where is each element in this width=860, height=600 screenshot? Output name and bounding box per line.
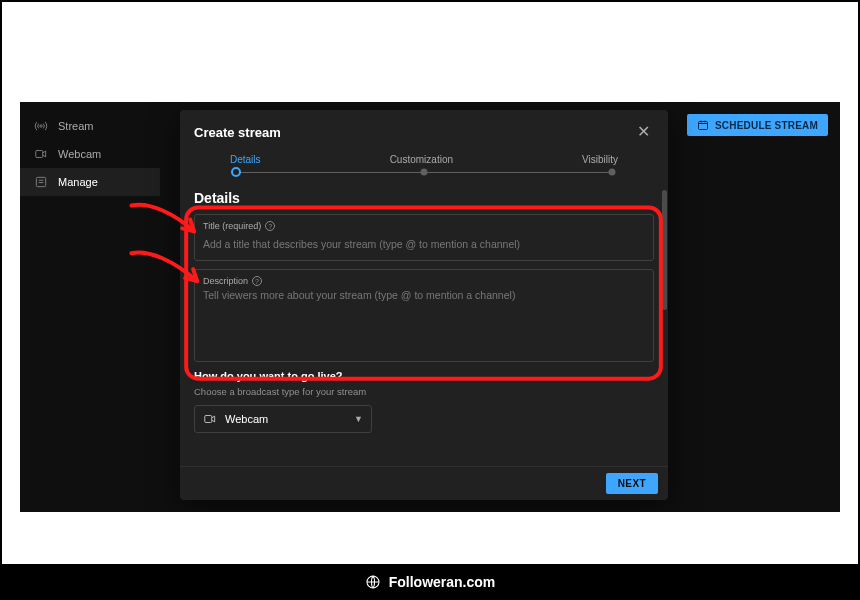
watermark-bar: Followeran.com (0, 568, 860, 596)
schedule-stream-label: SCHEDULE STREAM (715, 120, 818, 131)
modal-footer: NEXT (180, 466, 668, 500)
step-customization-label: Customization (390, 154, 453, 165)
app-window: Stream Webcam Manage SCHEDULE STREAM (20, 102, 840, 512)
description-field[interactable]: Description ? (194, 269, 654, 362)
step-dot-customization (421, 169, 428, 176)
svg-rect-1 (36, 151, 43, 158)
broadcast-type-select[interactable]: Webcam ▼ (194, 405, 372, 433)
modal-title: Create stream (194, 125, 281, 140)
svg-rect-4 (205, 416, 212, 423)
manage-icon (34, 175, 48, 189)
modal-header: Create stream ✕ (180, 110, 668, 144)
step-visibility-label: Visibility (582, 154, 618, 165)
next-button-label: NEXT (618, 478, 646, 489)
description-textarea[interactable] (203, 289, 645, 349)
sidebar-item-label: Stream (58, 120, 93, 132)
svg-rect-2 (36, 177, 45, 186)
step-details-label: Details (230, 154, 261, 165)
details-heading: Details (194, 190, 654, 206)
description-field-label: Description (203, 276, 248, 286)
stepper-line (236, 165, 612, 179)
sidebar-item-webcam[interactable]: Webcam (20, 140, 160, 168)
step-dot-visibility (609, 169, 616, 176)
schedule-stream-button[interactable]: SCHEDULE STREAM (687, 114, 828, 136)
create-stream-modal: Create stream ✕ Details Customization Vi… (180, 110, 668, 500)
step-visibility[interactable]: Visibility (582, 154, 618, 165)
description-field-label-row: Description ? (203, 276, 645, 286)
svg-rect-3 (698, 122, 707, 130)
sidebar-item-stream[interactable]: Stream (20, 112, 160, 140)
watermark-text: Followeran.com (389, 574, 496, 590)
title-input[interactable] (203, 238, 645, 250)
outer-frame: Stream Webcam Manage SCHEDULE STREAM (0, 0, 860, 566)
title-field[interactable]: Title (required) ? (194, 214, 654, 261)
stepper: Details Customization Visibility (180, 144, 668, 165)
select-left: Webcam (203, 412, 268, 426)
title-field-label-row: Title (required) ? (203, 221, 645, 231)
chevron-down-icon: ▼ (354, 414, 363, 424)
sidebar-item-label: Manage (58, 176, 98, 188)
modal-body: Details Title (required) ? Description ? (180, 184, 668, 466)
title-field-label: Title (required) (203, 221, 261, 231)
step-details[interactable]: Details (230, 154, 261, 165)
webcam-icon (203, 412, 217, 426)
next-button[interactable]: NEXT (606, 473, 658, 494)
go-live-hint: Choose a broadcast type for your stream (194, 386, 654, 397)
help-icon[interactable]: ? (265, 221, 275, 231)
svg-point-0 (40, 125, 42, 127)
close-icon: ✕ (637, 123, 650, 140)
calendar-icon (697, 119, 709, 131)
sidebar: Stream Webcam Manage (20, 112, 160, 196)
go-live-question: How do you want to go live? (194, 370, 654, 382)
step-customization[interactable]: Customization (390, 154, 453, 165)
broadcast-type-value: Webcam (225, 413, 268, 425)
scrollbar[interactable] (662, 190, 667, 310)
antenna-icon (34, 119, 48, 133)
globe-icon (365, 574, 381, 590)
help-icon[interactable]: ? (252, 276, 262, 286)
sidebar-item-label: Webcam (58, 148, 101, 160)
sidebar-item-manage[interactable]: Manage (20, 168, 160, 196)
webcam-icon (34, 147, 48, 161)
close-button[interactable]: ✕ (633, 120, 654, 144)
step-dot-details (231, 167, 241, 177)
